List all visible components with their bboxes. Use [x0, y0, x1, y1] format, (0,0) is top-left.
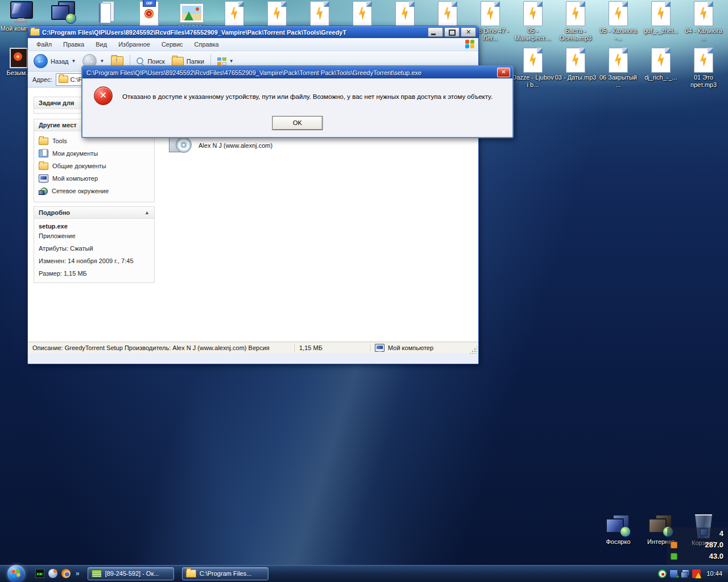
menubar: Файл Правка Вид Избранное Сервис Справка — [28, 38, 478, 51]
sidebar-item-my-documents[interactable]: Мои документы — [39, 147, 151, 160]
desktop-icon-label: dj_rich_-_... — [640, 74, 682, 81]
menu-favorites[interactable]: Избранное — [113, 40, 155, 49]
resize-grip[interactable] — [469, 346, 477, 354]
details-filename: setup.exe — [39, 222, 144, 231]
tray-status-icon[interactable] — [658, 569, 667, 578]
desktop-icon-mp3[interactable]: 05 - Калиюга -... — [597, 1, 639, 42]
traffic-meter-widget: 4 287.0 43.0 — [667, 527, 728, 566]
qip-icon[interactable] — [48, 569, 57, 578]
desktop-icon-mp3[interactable]: dj_rich_-_... — [640, 48, 682, 81]
image-file-icon — [180, 3, 204, 23]
search-icon — [136, 57, 144, 65]
media-app-icon[interactable] — [35, 569, 44, 578]
desktop-icon-mp3[interactable]: Dazze - Ljubov i b... — [512, 48, 554, 89]
desktop-icon-label: Баста - Осень.mp3 — [555, 27, 597, 42]
explorer-titlebar[interactable]: C:\Program Files\QIP\Users\89245592\Rcvd… — [28, 26, 478, 38]
folder-icon — [59, 76, 68, 83]
photo-file-icon — [10, 48, 28, 68]
download-dot-icon — [671, 553, 677, 560]
my-documents-icon — [97, 1, 115, 23]
desktop-icon-label: 05 - Калиюга -... — [597, 27, 639, 42]
folder-icon — [39, 163, 48, 170]
menu-tools[interactable]: Сервис — [156, 40, 188, 49]
gif-file-icon: GIF — [139, 1, 159, 26]
desktop-icon-fosyarko[interactable]: Фосярко — [597, 514, 639, 546]
views-button[interactable]: ▼ — [215, 56, 236, 66]
sidebar-item-network[interactable]: Сетевое окружение — [39, 185, 151, 197]
chevron-up-icon[interactable]: ▲ — [144, 210, 150, 215]
desktop-icon-mp3[interactable] — [384, 1, 426, 27]
taskbar-button-qip-window[interactable]: [89-245-592] - Ок... — [88, 567, 174, 580]
chevron-down-icon: ▼ — [229, 59, 234, 64]
dialog-message: Отказано в доступе к указанному устройст… — [122, 93, 508, 100]
maximize-button[interactable] — [444, 27, 460, 37]
taskbar-button-explorer[interactable]: C:\Program Files... — [182, 567, 268, 580]
window-title: C:\Program Files\QIP\Users\89245592\Rcvd… — [42, 29, 425, 36]
folder-icon — [39, 138, 48, 145]
taskbar-clock[interactable]: 10:44 — [706, 570, 722, 577]
network-places-icon — [606, 514, 631, 537]
mp3-file-icon — [694, 48, 713, 73]
desktop-icon-mp3[interactable] — [341, 1, 383, 27]
qip-card-icon — [92, 569, 102, 577]
quick-launch-overflow-chevron[interactable]: » — [76, 569, 80, 577]
ok-button[interactable]: OK — [272, 116, 323, 130]
desktop-icon-mp3[interactable]: 01 Это прет.mp3 — [682, 48, 725, 89]
desktop-icon-mp3[interactable] — [213, 1, 255, 27]
system-tray: 10:44 — [658, 569, 728, 578]
status-description: Описание: GreedyTorrent Setup Производит… — [28, 344, 294, 352]
back-button[interactable]: ← Назад ▼ — [31, 53, 78, 69]
desktop-icon-mp3[interactable]: guf_-_zhel... — [640, 1, 682, 35]
mp3-file-icon — [651, 1, 671, 26]
mp3-file-icon — [225, 1, 244, 26]
dialog-close-button[interactable]: ✕ — [497, 68, 510, 77]
details-size: Размер: 1,15 МБ — [39, 269, 144, 278]
desktop-icon-mp3[interactable] — [256, 1, 298, 27]
tray-warning-icon[interactable] — [692, 569, 701, 578]
desktop-icon-mp3[interactable]: 06 Закрытый ... — [597, 48, 639, 89]
desktop-icon-label: 05 - Манифест.... — [512, 27, 554, 42]
details-header[interactable]: Подробно ▲ — [34, 207, 154, 219]
folder-up-icon: ↑ — [111, 56, 123, 66]
desktop-icon-gif[interactable]: GIF — [128, 1, 170, 27]
desktop-icon-label: 01 Это прет.mp3 — [682, 74, 725, 89]
documents-icon — [39, 149, 48, 157]
firefox-icon[interactable] — [61, 569, 71, 578]
details-type: Приложение — [39, 232, 144, 240]
mp3-file-icon — [395, 1, 415, 26]
desktop-icon-mp3[interactable] — [299, 1, 341, 27]
start-button[interactable] — [7, 565, 25, 582]
menu-file[interactable]: Файл — [31, 40, 57, 49]
desktop-icon-label: Dazze - Ljubov i b... — [512, 74, 554, 89]
desktop-icon-label: guf_-_zhel... — [640, 27, 682, 35]
desktop-icon-mp3[interactable]: 05 - Манифест.... — [512, 1, 554, 42]
mp3-file-icon — [694, 1, 713, 26]
error-dialog: C:\Program Files\QIP\Users\89245592\Rcvd… — [81, 65, 514, 138]
desktop-icon-label: Фосярко — [597, 538, 639, 546]
menu-view[interactable]: Вид — [90, 40, 112, 49]
minimize-button[interactable] — [428, 27, 443, 37]
mp3-file-icon — [651, 48, 671, 73]
search-button[interactable]: Поиск — [134, 56, 167, 66]
desktop-icon-mp3[interactable]: Баста - Осень.mp3 — [555, 1, 597, 42]
desktop-icon-mp3[interactable]: 03 - Даты.mp3 — [555, 48, 597, 81]
menu-help[interactable]: Справка — [189, 40, 224, 49]
sidebar-item-shared-documents[interactable]: Общие документы — [39, 160, 151, 172]
mp3-file-icon — [609, 48, 628, 73]
tray-database-icon[interactable] — [669, 569, 678, 578]
sidebar-item-my-computer[interactable]: Мой компьютер — [39, 172, 151, 185]
menu-edit[interactable]: Правка — [58, 40, 89, 49]
desktop-icon-mp3[interactable]: 04 - Калиюга ... — [682, 1, 725, 42]
close-button[interactable]: ✕ — [461, 27, 476, 37]
mp3-file-icon — [438, 1, 457, 26]
mp3-file-icon — [566, 48, 585, 73]
file-publisher: Alex N J (www.alexnj.com) — [198, 142, 272, 149]
tray-network-icon[interactable] — [681, 569, 689, 578]
folder-icon — [30, 28, 40, 36]
desktop-icon-mp3[interactable] — [427, 1, 469, 27]
details-modified: Изменен: 14 ноября 2009 г., 7:45 — [39, 257, 144, 265]
dialog-titlebar[interactable]: C:\Program Files\QIP\Users\89245592\Rcvd… — [82, 66, 512, 78]
mp3-file-icon — [609, 1, 628, 26]
my-computer-icon — [9, 1, 33, 24]
chevron-down-icon: ▼ — [100, 59, 104, 64]
